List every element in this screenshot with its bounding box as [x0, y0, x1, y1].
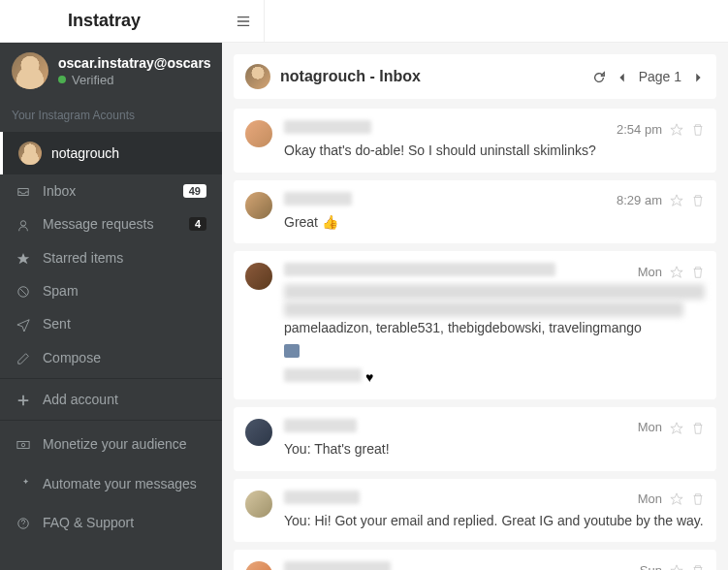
trash-icon[interactable]	[691, 263, 705, 280]
inbox-badge: 49	[183, 184, 206, 198]
sender-avatar	[245, 263, 272, 290]
add-account-button[interactable]: Add account	[0, 383, 222, 416]
send-icon	[16, 316, 31, 332]
message-text: You: That's great!	[284, 440, 705, 459]
nav-faq[interactable]: FAQ & Support	[0, 503, 222, 542]
account-avatar	[18, 142, 42, 165]
app-logo: Instatray	[0, 11, 222, 31]
trash-icon[interactable]	[691, 120, 705, 138]
nav-compose[interactable]: Compose	[0, 340, 222, 373]
message-row[interactable]: xxxxxx 8:29 am Great 👍	[234, 180, 716, 244]
message-time: 8:29 am	[617, 193, 662, 207]
message-text: Okay that's do-able! So I should uninsta…	[284, 142, 705, 161]
user-icon	[16, 216, 31, 232]
message-time: Mon	[638, 491, 662, 506]
nav-message-requests[interactable]: Message requests 4	[0, 207, 222, 240]
edit-icon	[16, 349, 31, 364]
star-icon[interactable]	[670, 561, 683, 570]
message-row[interactable]: xxxxxxxx 2:54 pm Okay that's do-able! So…	[234, 109, 716, 173]
message-text: Great 👍	[284, 213, 705, 233]
user-avatar	[12, 52, 48, 89]
heart-icon: ♥	[365, 369, 373, 385]
trash-icon[interactable]	[691, 192, 705, 209]
message-row[interactable]: xxxxxxxxxx Sun You: Haha	[234, 550, 716, 570]
trash-icon[interactable]	[691, 561, 705, 570]
sender-avatar	[245, 491, 272, 518]
help-icon	[16, 515, 31, 530]
star-icon[interactable]	[670, 419, 683, 436]
inbox-title: notagrouch - Inbox	[280, 68, 583, 85]
message-time: Mon	[638, 265, 662, 279]
content-area: notagrouch - Inbox Page 1 xxxxxxxx 2:54 …	[222, 43, 728, 570]
trash-icon[interactable]	[691, 419, 705, 436]
page-label: Page 1	[639, 69, 681, 84]
refresh-icon[interactable]	[592, 69, 606, 84]
message-text: You: Hi! Got your email and replied. Gre…	[284, 512, 705, 531]
verified-status: Verified	[58, 73, 210, 87]
message-time: Sun	[640, 563, 662, 570]
user-profile[interactable]: oscar.instatray@oscarstech Verified	[0, 43, 222, 99]
sidebar: oscar.instatray@oscarstech Verified Your…	[0, 43, 222, 570]
sender-avatar	[245, 120, 272, 147]
plus-icon	[16, 392, 31, 407]
svg-rect-2	[17, 442, 29, 449]
inbox-avatar	[245, 64, 270, 89]
message-row[interactable]: xxxxxxxxxx xxxxxxxxxx xxxxxxx Mon x x pa…	[234, 251, 716, 399]
inbox-header: notagrouch - Inbox Page 1	[234, 54, 716, 99]
star-icon	[16, 250, 31, 266]
star-icon[interactable]	[670, 491, 683, 508]
verified-dot-icon	[58, 76, 66, 83]
next-page-icon[interactable]	[691, 69, 705, 84]
inbox-icon	[16, 183, 31, 199]
sender-avatar	[245, 192, 272, 219]
star-icon[interactable]	[670, 192, 683, 209]
sender-avatar	[245, 561, 272, 570]
magic-icon	[16, 475, 31, 491]
message-row[interactable]: xxxxxx Mon You: That's great!	[234, 407, 716, 471]
nav-sent[interactable]: Sent	[0, 307, 222, 340]
nav-spam[interactable]: Spam	[0, 274, 222, 307]
nav-automate[interactable]: Automate your messages	[0, 463, 222, 502]
nav-monetize[interactable]: Monetize your audience	[0, 425, 222, 463]
star-icon[interactable]	[670, 263, 683, 280]
message-time: 2:54 pm	[617, 122, 662, 137]
accounts-section-label: Your Instagram Acounts	[0, 99, 222, 132]
message-text: x x pamelaadizon, terable531, thebigdebo…	[284, 284, 705, 388]
message-row[interactable]: xxxxxx Mon You: Hi! Got your email and r…	[234, 479, 716, 543]
nav-inbox[interactable]: Inbox 49	[0, 174, 222, 207]
user-email: oscar.instatray@oscarstech	[58, 55, 210, 71]
nav-starred[interactable]: Starred items	[0, 241, 222, 274]
svg-point-3	[21, 444, 25, 448]
message-time: Mon	[638, 420, 662, 434]
account-name: notagrouch	[51, 145, 119, 161]
ban-icon	[16, 283, 31, 299]
group-icon	[284, 344, 300, 358]
account-item[interactable]: notagrouch	[0, 132, 222, 174]
trash-icon[interactable]	[691, 491, 705, 508]
money-icon	[16, 436, 31, 452]
hamburger-menu[interactable]	[222, 0, 265, 43]
star-icon[interactable]	[670, 120, 683, 138]
prev-page-icon[interactable]	[616, 69, 629, 84]
sender-avatar	[245, 419, 272, 446]
svg-point-0	[20, 220, 25, 225]
requests-badge: 4	[189, 217, 206, 231]
